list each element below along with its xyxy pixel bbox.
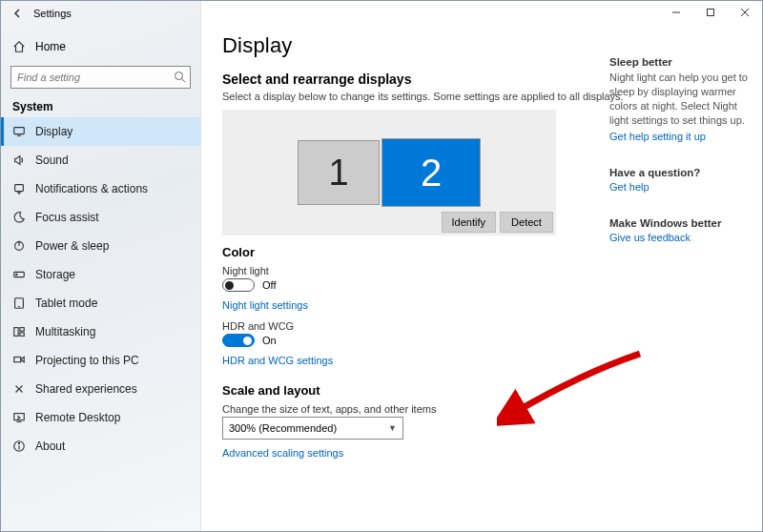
search-box: [10, 66, 191, 89]
scale-title: Scale and layout: [222, 383, 745, 398]
sidebar-item-power-sleep[interactable]: Power & sleep: [1, 232, 200, 260]
better-link[interactable]: Give us feedback: [609, 232, 691, 243]
sidebar-nav: DisplaySoundNotifications & actionsFocus…: [1, 117, 200, 460]
sidebar-item-multitasking[interactable]: Multitasking: [1, 317, 200, 346]
sidebar-item-storage[interactable]: Storage: [1, 260, 200, 289]
svg-rect-15: [20, 333, 24, 337]
sidebar-item-label: Remote Desktop: [35, 411, 120, 424]
hdr-settings-link[interactable]: HDR and WCG settings: [222, 355, 333, 366]
svg-rect-6: [15, 185, 24, 192]
svg-line-3: [182, 79, 186, 83]
better-block: Make Windows better Give us feedback: [609, 217, 749, 247]
sound-icon: [12, 153, 26, 167]
power-icon: [12, 239, 26, 253]
scale-size-value: 300% (Recommended): [229, 422, 337, 434]
sleep-better-link[interactable]: Get help setting it up: [609, 131, 706, 142]
sidebar-item-label: About: [35, 440, 65, 453]
home-label: Home: [35, 40, 66, 53]
remote-icon: [12, 411, 26, 424]
sleep-better-body: Night light can help you get to sleep by…: [609, 71, 749, 127]
display-icon: [12, 125, 26, 138]
sidebar-item-shared-experiences[interactable]: Shared experiences: [1, 375, 200, 403]
hdr-state: On: [262, 335, 277, 346]
sidebar-item-display[interactable]: Display: [1, 117, 200, 146]
night-light-settings-link[interactable]: Night light settings: [222, 299, 308, 311]
arrow-left-icon: [12, 8, 24, 19]
home-icon: [12, 40, 26, 53]
display-1[interactable]: 1: [298, 140, 380, 205]
sidebar-item-notifications-actions[interactable]: Notifications & actions: [1, 174, 200, 203]
about-icon: [12, 440, 26, 453]
sidebar-item-label: Display: [35, 125, 72, 138]
sleep-better-title: Sleep better: [609, 56, 749, 68]
sidebar: Home System DisplaySoundNotifications & …: [1, 1, 201, 531]
sidebar-item-projecting-to-this-pc[interactable]: Projecting to this PC: [1, 346, 200, 375]
sidebar-item-tablet-mode[interactable]: Tablet mode: [1, 289, 200, 317]
sidebar-item-remote-desktop[interactable]: Remote Desktop: [1, 403, 200, 432]
back-button[interactable]: [10, 6, 26, 21]
page-title: Display: [222, 33, 745, 58]
sidebar-item-focus-assist[interactable]: Focus assist: [1, 203, 200, 232]
question-block: Have a question? Get help: [609, 167, 749, 196]
display-2[interactable]: 2: [382, 138, 481, 207]
sidebar-item-label: Tablet mode: [35, 297, 97, 310]
svg-point-10: [16, 274, 17, 275]
night-light-toggle[interactable]: [222, 278, 255, 292]
detect-button[interactable]: Detect: [500, 212, 553, 233]
sidebar-item-sound[interactable]: Sound: [1, 146, 200, 174]
tablet-icon: [12, 297, 26, 310]
night-light-state: Off: [262, 279, 276, 291]
svg-rect-16: [14, 358, 21, 362]
sidebar-item-label: Power & sleep: [35, 239, 109, 253]
identify-button[interactable]: Identify: [442, 212, 496, 233]
window-title: Settings: [33, 8, 72, 19]
share-icon: [12, 382, 26, 396]
svg-rect-4: [14, 128, 25, 134]
project-icon: [12, 354, 26, 367]
display-arranger[interactable]: 1 2 Identify Detect: [222, 110, 556, 235]
scale-size-label: Change the size of text, apps, and other…: [222, 403, 745, 415]
moon-icon: [12, 211, 26, 224]
svg-point-2: [175, 72, 183, 80]
multitask-icon: [12, 325, 26, 338]
storage-icon: [12, 268, 26, 281]
sidebar-item-label: Projecting to this PC: [35, 354, 139, 367]
svg-point-20: [18, 442, 19, 443]
better-title: Make Windows better: [609, 217, 749, 229]
chevron-down-icon: ▼: [388, 423, 397, 433]
hdr-label: HDR and WCG: [222, 320, 745, 332]
sleep-better-block: Sleep better Night light can help you ge…: [609, 56, 749, 146]
sidebar-item-label: Focus assist: [35, 211, 99, 224]
sidebar-item-label: Sound: [35, 153, 69, 167]
home-link[interactable]: Home: [1, 33, 200, 60]
notify-icon: [12, 182, 26, 195]
advanced-scaling-link[interactable]: Advanced scaling settings: [222, 447, 343, 459]
svg-rect-14: [20, 328, 24, 332]
arrange-buttons: Identify Detect: [442, 212, 553, 233]
search-input[interactable]: [10, 66, 191, 89]
sidebar-item-about[interactable]: About: [1, 432, 200, 460]
main-content: Display Select and rearrange displays Se…: [201, 1, 762, 531]
svg-rect-13: [14, 328, 18, 337]
sidebar-item-label: Notifications & actions: [35, 182, 148, 195]
search-icon: [174, 71, 186, 83]
question-link[interactable]: Get help: [609, 181, 650, 193]
scale-size-select[interactable]: 300% (Recommended) ▼: [222, 417, 403, 440]
question-title: Have a question?: [609, 167, 749, 178]
hdr-toggle[interactable]: [222, 334, 255, 347]
settings-window: Settings Home System DisplaySoundNotific…: [0, 0, 763, 532]
sidebar-category: System: [1, 94, 200, 117]
sidebar-item-label: Storage: [35, 268, 75, 281]
sidebar-item-label: Multitasking: [35, 325, 95, 338]
help-panel: Sleep better Night light can help you ge…: [609, 56, 749, 268]
sidebar-item-label: Shared experiences: [35, 382, 137, 396]
